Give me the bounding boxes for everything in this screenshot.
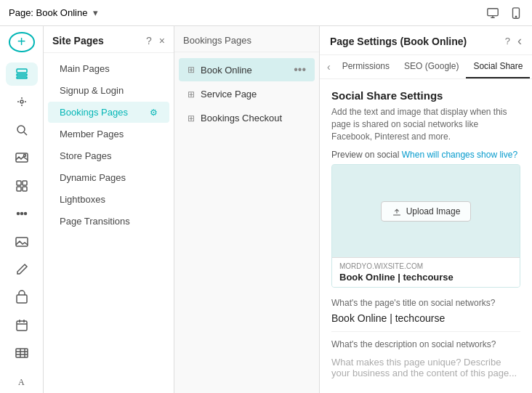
- sidebar-icon-pen[interactable]: [6, 258, 38, 281]
- top-bar: Page: Book Online ▾: [0, 0, 532, 26]
- social-preview-footer: MORDYO.WIXSITE.COM Book Online | techcou…: [332, 257, 520, 287]
- desktop-view-icon[interactable]: [485, 6, 500, 20]
- chevron-down-icon[interactable]: ▾: [93, 7, 98, 18]
- page-settings-panel: Page Settings (Book Online) ? ‹ ‹ Permis…: [320, 26, 532, 393]
- site-pages-panel: Site Pages ? × Main Pages Signup & Login…: [44, 26, 174, 393]
- sidebar-icon-search[interactable]: [6, 118, 38, 142]
- pages-list-items: ⊞ Book Online ••• ⊞ Service Page ⊞ Booki…: [174, 52, 319, 393]
- svg-line-10: [24, 132, 27, 135]
- svg-rect-20: [16, 238, 28, 246]
- sidebar-icon-apps[interactable]: [6, 174, 38, 197]
- svg-rect-22: [17, 321, 27, 331]
- page-settings-header-icons: ? ‹: [505, 33, 522, 54]
- site-pages-header-icons: ? ×: [146, 35, 165, 46]
- top-bar-icons: [485, 6, 523, 20]
- main-layout: +: [0, 26, 532, 393]
- page-item-book-online[interactable]: ⊞ Book Online •••: [179, 58, 315, 81]
- sidebar-icon-calendar[interactable]: [6, 314, 38, 337]
- pages-nav: Main Pages Signup & Login Bookings Pages…: [44, 53, 174, 393]
- site-pages-title: Site Pages: [52, 35, 104, 46]
- svg-rect-6: [17, 74, 27, 76]
- svg-rect-21: [17, 295, 27, 303]
- preview-label: Preview on social When will changes show…: [331, 150, 520, 160]
- nav-item-main-pages[interactable]: Main Pages: [48, 58, 169, 79]
- preview-site-url: MORDYO.WIXSITE.COM: [339, 262, 512, 270]
- svg-rect-15: [17, 187, 21, 191]
- tab-social-share[interactable]: Social Share: [466, 55, 530, 78]
- svg-point-19: [24, 213, 26, 215]
- social-preview-image-area: Upload Image: [332, 165, 520, 257]
- svg-rect-7: [17, 77, 27, 78]
- title-field-label: What's the page's title on social networ…: [331, 298, 520, 308]
- page-settings-content: Social Share Settings Add the text and i…: [320, 79, 532, 393]
- nav-item-page-transitions[interactable]: Page Transitions: [48, 211, 169, 232]
- close-icon[interactable]: ×: [159, 35, 165, 46]
- tab-left-arrow[interactable]: ‹: [323, 55, 335, 78]
- nav-item-dynamic-pages[interactable]: Dynamic Pages: [48, 167, 169, 188]
- nav-item-bookings-pages[interactable]: Bookings Pages ⚙: [48, 102, 169, 123]
- left-sidebar: +: [0, 26, 44, 393]
- svg-rect-16: [23, 187, 27, 191]
- page-settings-title: Page Settings (Book Online): [330, 36, 467, 53]
- preview-link[interactable]: When will changes show live?: [402, 150, 517, 160]
- sidebar-icon-image[interactable]: [6, 230, 38, 253]
- svg-point-17: [17, 213, 19, 215]
- sidebar-icon-element[interactable]: [6, 90, 38, 113]
- svg-rect-14: [23, 181, 27, 185]
- page-settings-header: Page Settings (Book Online) ? ‹: [320, 26, 532, 55]
- svg-point-4: [515, 16, 516, 17]
- bookings-pages-header: Bookings Pages: [174, 26, 319, 52]
- sidebar-icon-font[interactable]: A: [6, 370, 38, 393]
- nav-item-lightboxes[interactable]: Lightboxes: [48, 189, 169, 210]
- social-share-description: Add the text and image that display when…: [331, 106, 520, 142]
- preview-page-title: Book Online | techcourse: [339, 272, 512, 283]
- page-icon: ⊞: [188, 113, 195, 123]
- social-preview-box: Upload Image MORDYO.WIXSITE.COM Book Onl…: [331, 164, 520, 288]
- page-icon: ⊞: [188, 89, 195, 100]
- svg-text:A: A: [18, 377, 25, 387]
- svg-rect-0: [488, 8, 498, 15]
- svg-rect-5: [17, 69, 27, 73]
- sidebar-icon-bag[interactable]: [6, 285, 38, 309]
- mobile-view-icon[interactable]: [509, 6, 523, 20]
- sidebar-icon-media[interactable]: [6, 146, 38, 169]
- svg-point-8: [20, 100, 23, 103]
- help-icon[interactable]: ?: [146, 35, 152, 46]
- desc-field-placeholder[interactable]: What makes this page unique? Describe yo…: [331, 354, 520, 381]
- tab-seo-google[interactable]: SEO (Google): [397, 55, 466, 78]
- svg-rect-13: [17, 181, 21, 185]
- page-item-service-page[interactable]: ⊞ Service Page: [179, 83, 315, 105]
- sidebar-icon-pages[interactable]: [6, 62, 38, 86]
- nav-item-signup-login[interactable]: Signup & Login: [48, 80, 169, 101]
- sidebar-icon-table[interactable]: [6, 341, 38, 365]
- tabs-row: ‹ Permissions SEO (Google) Social Share …: [320, 55, 532, 79]
- page-title-label: Page: Book Online: [9, 7, 87, 18]
- svg-point-12: [23, 155, 25, 157]
- desc-field-label: What's the description on social network…: [331, 339, 520, 349]
- title-field-value[interactable]: Book Online | techcourse: [331, 312, 520, 332]
- svg-point-18: [20, 213, 23, 215]
- gear-icon[interactable]: ⚙: [150, 108, 158, 118]
- upload-image-button[interactable]: Upload Image: [381, 201, 472, 222]
- nav-item-member-pages[interactable]: Member Pages: [48, 123, 169, 145]
- nav-item-store-pages[interactable]: Store Pages: [48, 145, 169, 166]
- more-button[interactable]: •••: [294, 64, 306, 76]
- sidebar-icon-more[interactable]: [6, 202, 38, 225]
- svg-point-9: [17, 126, 25, 133]
- add-button[interactable]: +: [9, 32, 35, 52]
- site-pages-header: Site Pages ? ×: [44, 26, 174, 53]
- page-item-bookings-checkout[interactable]: ⊞ Bookings Checkout: [179, 107, 315, 129]
- tab-permissions[interactable]: Permissions: [335, 55, 397, 78]
- social-share-title: Social Share Settings: [331, 89, 520, 102]
- svg-rect-26: [16, 349, 28, 357]
- settings-close-icon[interactable]: ‹: [517, 33, 522, 49]
- bookings-pages-panel: Bookings Pages ⊞ Book Online ••• ⊞ Servi…: [174, 26, 320, 393]
- page-icon: ⊞: [188, 65, 195, 75]
- settings-help-icon[interactable]: ?: [505, 36, 510, 46]
